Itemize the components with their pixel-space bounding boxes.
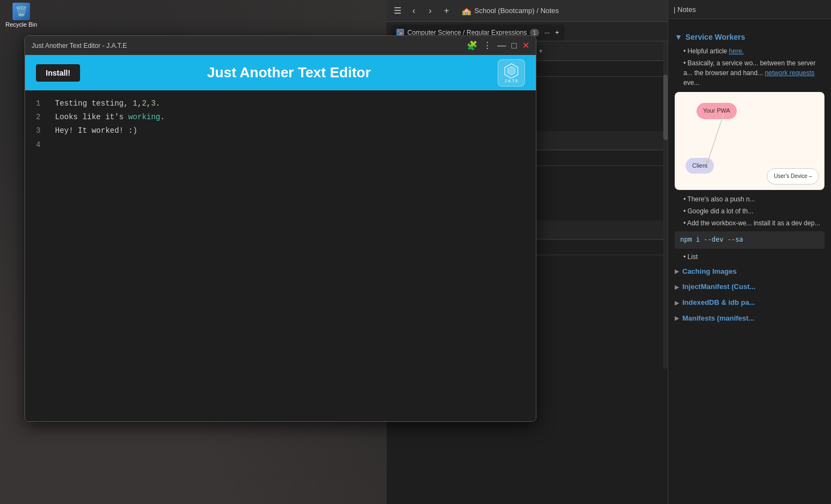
jate-app-title: Just Another Text Editor xyxy=(80,64,498,81)
svg-marker-2 xyxy=(508,66,515,75)
notes-title: | Notes xyxy=(674,5,696,14)
code-working-text: working xyxy=(128,113,160,121)
caching-images-label: Caching Images xyxy=(682,266,737,278)
manifests-label: Manifests (manifest... xyxy=(682,313,754,324)
indexed-db-label: IndexedDB & idb pa... xyxy=(682,297,755,309)
service-workers-title: Service Workers xyxy=(686,31,745,43)
install-button[interactable]: Install! xyxy=(36,64,80,82)
code-line-3: 3 Hey! It worked! :) xyxy=(36,124,525,138)
jate-header: Install! Just Another Text Editor J.A.T.… xyxy=(25,55,536,90)
inject-manifest-label: InjectManifest (Cust... xyxy=(682,281,755,293)
line-number-2: 2 xyxy=(36,110,44,124)
close-window-button[interactable]: ✕ xyxy=(522,40,529,51)
code-content-2: Looks like it's working. xyxy=(55,110,165,124)
sw-bullet-5: • Add the workbox-we... install it as a … xyxy=(683,218,824,228)
tab-more-icon[interactable]: ··· xyxy=(545,29,550,36)
forward-button[interactable]: › xyxy=(424,4,437,17)
network-requests-link[interactable]: network requests xyxy=(765,69,814,77)
jate-window-title: Just Another Text Editor - J.A.T.E xyxy=(32,42,127,50)
recycle-bin-icon[interactable]: 🗑️ Recycle Bin xyxy=(5,3,37,28)
code-line-1: 1 Testing testing, 1,2,3. xyxy=(36,97,525,110)
service-workers-triangle: ▼ xyxy=(675,31,682,43)
debugger-scrollbar-track xyxy=(663,42,668,368)
recycle-bin-image: 🗑️ xyxy=(13,3,30,20)
code-content-3: Hey! It worked! :) xyxy=(55,124,137,138)
code-line-4: 4 xyxy=(36,138,525,152)
line-number-1: 1 xyxy=(36,97,44,110)
section-1-add[interactable]: + xyxy=(539,47,543,55)
hamburger-menu-button[interactable]: ☰ xyxy=(391,4,404,17)
manifests-section[interactable]: ▶ Manifests (manifest... xyxy=(675,313,824,324)
indexed-db-triangle: ▶ xyxy=(675,299,679,308)
jate-logo-text: J.A.T.E xyxy=(504,78,518,83)
breadcrumb-school: School (Bootcamp) / Notes xyxy=(474,7,559,15)
manifests-triangle: ▶ xyxy=(675,314,679,323)
caching-images-triangle: ▶ xyxy=(675,267,679,276)
helpful-article-link[interactable]: here. xyxy=(729,47,744,55)
svg-line-0 xyxy=(707,114,724,163)
maximize-window-button[interactable]: □ xyxy=(511,41,517,51)
line-number-3: 3 xyxy=(36,124,44,138)
sw-bullet-1: • Helpful article here. xyxy=(683,46,824,56)
line-number-4: 4 xyxy=(36,138,44,152)
recycle-bin-label: Recycle Bin xyxy=(5,21,37,28)
inject-manifest-triangle: ▶ xyxy=(675,283,679,292)
jate-titlebar: Just Another Text Editor - J.A.T.E 🧩 ⋮ —… xyxy=(25,36,536,55)
caching-images-section[interactable]: ▶ Caching Images xyxy=(675,266,824,278)
code-number-1: 1 xyxy=(133,99,137,108)
code-number-2: 2 xyxy=(142,99,146,108)
tab-add-icon[interactable]: + xyxy=(555,29,559,36)
sw-bullet-3: • There's also a push n... xyxy=(683,194,824,204)
notes-content[interactable]: ▼ Service Workers • Helpful article here… xyxy=(668,19,831,504)
sw-bullet-2: • Basically, a service wo... between the… xyxy=(683,58,824,88)
titlebar-icons: 🧩 ⋮ — □ ✕ xyxy=(467,40,529,51)
notes-panel-header: | Notes xyxy=(668,0,831,19)
pwa-diagram: Your PWA Client User's Device – xyxy=(675,92,824,190)
jate-editor[interactable]: 1 Testing testing, 1,2,3. 2 Looks like i… xyxy=(25,90,536,421)
indexed-db-section[interactable]: ▶ IndexedDB & idb pa... xyxy=(675,297,824,309)
three-dots-menu-button[interactable]: ⋮ xyxy=(483,40,492,51)
inject-manifest-section[interactable]: ▶ InjectManifest (Cust... xyxy=(675,281,824,293)
pwa-arrows-svg xyxy=(675,92,824,190)
code-number-3: 3 xyxy=(151,99,155,108)
debugger-scrollbar-thumb[interactable] xyxy=(663,75,668,140)
sw-list-item: • List xyxy=(683,252,824,262)
jate-window: Just Another Text Editor - J.A.T.E 🧩 ⋮ —… xyxy=(25,35,536,422)
jate-logo-svg xyxy=(503,62,520,78)
minimize-window-button[interactable]: — xyxy=(497,41,506,51)
code-snippet-npm: npm i --dev --sa xyxy=(675,231,824,248)
code-line-2: 2 Looks like it's working. xyxy=(36,110,525,124)
notes-panel: | Notes ▼ Service Workers • Helpful arti… xyxy=(668,0,831,504)
back-button[interactable]: ‹ xyxy=(407,4,420,17)
service-workers-header[interactable]: ▼ Service Workers xyxy=(675,31,824,43)
code-content-1: Testing testing, 1,2,3. xyxy=(55,97,160,110)
jate-logo: J.A.T.E xyxy=(498,59,525,87)
sw-bullet-4: • Google did a lot of th... xyxy=(683,206,824,216)
new-tab-button[interactable]: + xyxy=(440,4,453,17)
extensions-puzzle-button[interactable]: 🧩 xyxy=(467,40,478,51)
